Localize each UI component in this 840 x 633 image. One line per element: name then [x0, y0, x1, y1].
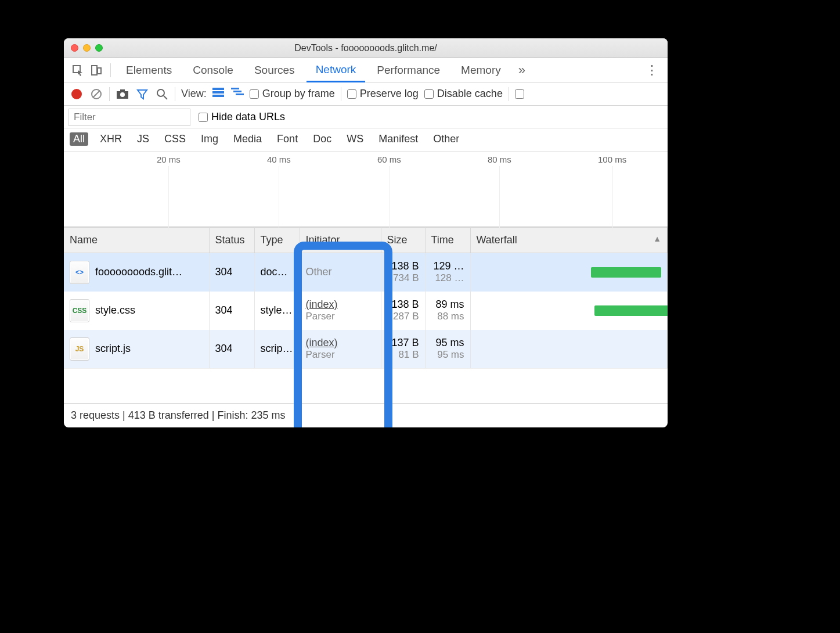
divider	[509, 87, 509, 101]
request-name: style.css	[95, 304, 135, 316]
search-icon[interactable]	[155, 87, 169, 101]
offline-checkbox[interactable]	[515, 89, 524, 99]
request-type: doc…	[254, 253, 300, 292]
initiator-sub: Parser	[306, 349, 375, 361]
type-pill-all[interactable]: All	[70, 132, 88, 146]
inspect-element-icon[interactable]	[70, 62, 86, 78]
timeline-tick: 60 ms	[377, 154, 401, 164]
column-header-waterfall-label: Waterfall	[477, 234, 517, 246]
tab-network[interactable]: Network	[307, 58, 366, 82]
size-resource: 81 B	[387, 349, 419, 361]
request-status: 304	[209, 292, 254, 330]
hide-data-urls-input[interactable]	[199, 113, 208, 122]
size-resource: 287 B	[387, 311, 419, 322]
table-row[interactable]: CSSstyle.css304style…(index)Parser138 B2…	[64, 292, 668, 330]
window-title: DevTools - foooooooods.glitch.me/	[64, 43, 668, 53]
type-pill-manifest[interactable]: Manifest	[375, 132, 421, 146]
time-total: 95 ms	[431, 337, 464, 350]
record-button[interactable]	[70, 87, 84, 101]
network-toolbar: View: Group by frame Preserve log Disabl…	[64, 82, 668, 106]
time-latency: 95 ms	[431, 349, 464, 361]
group-by-frame-input[interactable]	[250, 89, 259, 99]
filter-input[interactable]	[69, 109, 190, 126]
requests-table: Name Status Type Initiator Size Time Wat…	[64, 227, 668, 368]
column-header-type[interactable]: Type	[254, 228, 300, 253]
waterfall-cell	[470, 292, 668, 330]
type-pill-media[interactable]: Media	[230, 132, 265, 146]
summary-text: 3 requests | 413 B transferred | Finish:…	[71, 409, 286, 421]
settings-menu-button[interactable]: ⋮	[642, 63, 662, 78]
waterfall-overview-icon[interactable]	[231, 88, 244, 100]
resource-type-filters: All XHR JS CSS Img Media Font Doc WS Man…	[64, 129, 668, 152]
table-blank-area	[64, 368, 668, 403]
column-header-name[interactable]: Name	[64, 228, 209, 253]
initiator-link[interactable]: (index)	[306, 337, 338, 348]
divider	[175, 87, 175, 101]
waterfall-cell	[470, 253, 668, 292]
column-header-initiator[interactable]: Initiator	[300, 228, 381, 253]
column-header-waterfall[interactable]: Waterfall ▲	[470, 228, 668, 253]
svg-line-4	[93, 91, 100, 98]
type-pill-ws[interactable]: WS	[343, 132, 367, 146]
column-header-time[interactable]: Time	[425, 228, 470, 253]
type-pill-font[interactable]: Font	[273, 132, 301, 146]
initiator-link[interactable]: (index)	[306, 298, 338, 310]
capture-screenshots-icon[interactable]	[116, 87, 129, 101]
table-row[interactable]: <>foooooooods.glit…304doc…Other138 B734 …	[64, 253, 668, 292]
type-pill-xhr[interactable]: XHR	[96, 132, 125, 146]
offline-input[interactable]	[515, 89, 524, 99]
request-type: style…	[254, 292, 300, 330]
tab-elements[interactable]: Elements	[117, 58, 181, 82]
column-header-size[interactable]: Size	[381, 228, 425, 253]
svg-rect-6	[120, 89, 125, 92]
disable-cache-checkbox[interactable]: Disable cache	[424, 88, 503, 100]
svg-rect-2	[98, 68, 101, 74]
tab-performance[interactable]: Performance	[367, 58, 449, 82]
svg-point-8	[157, 89, 164, 96]
tabs-overflow-button[interactable]: »	[513, 63, 531, 78]
timeline-tick: 100 ms	[598, 154, 626, 164]
clear-button[interactable]	[89, 87, 103, 101]
type-pill-other[interactable]: Other	[430, 132, 463, 146]
css-file-icon: CSS	[70, 299, 89, 322]
svg-rect-11	[212, 91, 224, 93]
disable-cache-label: Disable cache	[437, 88, 503, 100]
tab-memory[interactable]: Memory	[452, 58, 510, 82]
group-by-frame-label: Group by frame	[262, 88, 335, 100]
svg-rect-13	[231, 88, 239, 89]
tab-console[interactable]: Console	[183, 58, 243, 82]
panel-tabstrip: Elements Console Sources Network Perform…	[64, 58, 668, 82]
tab-sources[interactable]: Sources	[245, 58, 304, 82]
table-row[interactable]: JSscript.js304scrip…(index)Parser137 B81…	[64, 330, 668, 368]
size-transferred: 137 B	[387, 337, 419, 350]
type-pill-css[interactable]: CSS	[161, 132, 189, 146]
device-toolbar-icon[interactable]	[88, 62, 104, 78]
preserve-log-checkbox[interactable]: Preserve log	[347, 88, 419, 100]
sort-arrow-icon: ▲	[653, 234, 661, 243]
preserve-log-input[interactable]	[347, 89, 356, 99]
filter-toggle-icon[interactable]	[135, 87, 149, 101]
divider	[109, 87, 110, 101]
time-latency: 88 ms	[431, 311, 464, 322]
svg-rect-1	[92, 66, 97, 75]
svg-line-9	[164, 96, 167, 99]
timeline-overview[interactable]: 20 ms 40 ms 60 ms 80 ms 100 ms	[64, 152, 668, 227]
size-resource: 734 B	[387, 272, 419, 284]
view-label: View:	[181, 88, 207, 100]
request-status: 304	[209, 253, 254, 292]
svg-rect-14	[233, 91, 241, 92]
devtools-window: DevTools - foooooooods.glitch.me/ Elemen…	[64, 38, 668, 427]
svg-point-7	[120, 92, 125, 97]
column-header-status[interactable]: Status	[209, 228, 254, 253]
hide-data-urls-checkbox[interactable]: Hide data URLs	[199, 111, 285, 123]
disable-cache-input[interactable]	[424, 89, 434, 99]
type-pill-img[interactable]: Img	[197, 132, 222, 146]
waterfall-bar	[591, 267, 661, 278]
type-pill-doc[interactable]: Doc	[309, 132, 335, 146]
timeline-tick: 20 ms	[157, 154, 181, 164]
type-pill-js[interactable]: JS	[134, 132, 153, 146]
svg-rect-12	[212, 95, 224, 97]
group-by-frame-checkbox[interactable]: Group by frame	[250, 88, 335, 100]
filter-row: Hide data URLs	[64, 106, 668, 129]
large-rows-icon[interactable]	[212, 88, 225, 100]
